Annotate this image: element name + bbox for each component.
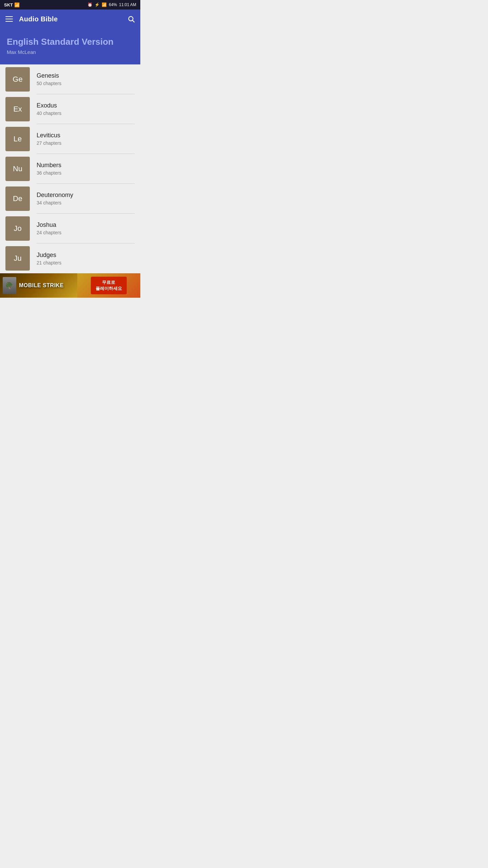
narrator-name: Max McLean <box>7 49 134 55</box>
book-list-item[interactable]: JoJoshua24 chapters <box>0 214 140 243</box>
book-icon-nu: Nu <box>5 157 30 181</box>
book-name: Numbers <box>37 162 135 169</box>
header-banner: English Standard Version Max McLean <box>0 28 140 64</box>
book-list-item[interactable]: NuNumbers36 chapters <box>0 154 140 184</box>
book-chapters: 24 chapters <box>37 230 135 235</box>
book-info: Judges21 chapters <box>37 243 135 273</box>
book-name: Joshua <box>37 221 135 229</box>
book-icon-de: De <box>5 186 30 211</box>
app-bar: Audio Bible <box>0 9 140 28</box>
ad-soldier-image: 🪖 <box>3 277 16 294</box>
carrier-name: SKT <box>4 2 13 7</box>
ad-content: 🪖 MOBILE STRIKE 무료로 플레이하세요 <box>0 273 140 298</box>
carrier-info: SKT 📶 <box>4 2 20 7</box>
app-title: Audio Bible <box>19 15 58 23</box>
book-list-item[interactable]: LeLeviticus27 chapters <box>0 124 140 154</box>
book-info: Exodus40 chapters <box>37 94 135 124</box>
book-chapters: 40 chapters <box>37 111 135 116</box>
book-chapters: 27 chapters <box>37 140 135 146</box>
menu-button[interactable] <box>5 16 13 22</box>
book-info: Leviticus27 chapters <box>37 124 135 154</box>
book-name: Leviticus <box>37 132 135 139</box>
hamburger-line-3 <box>5 21 13 22</box>
book-icon-ge: Ge <box>5 67 30 92</box>
system-icons: ⏰ ⚡ 📶 64% 11:01 AM <box>87 2 136 7</box>
hamburger-line-2 <box>5 19 13 19</box>
battery-level: 64% <box>109 2 117 7</box>
book-chapters: 50 chapters <box>37 81 135 86</box>
carrier-icon: 📶 <box>14 2 20 7</box>
book-list-item[interactable]: GeGenesis50 chapters <box>0 64 140 94</box>
book-list-item[interactable]: DeDeuteronomy34 chapters <box>0 184 140 214</box>
book-icon-ex: Ex <box>5 97 30 121</box>
ad-logo-text: MOBILE STRIKE <box>19 282 64 289</box>
book-list-item[interactable]: ExExodus40 chapters <box>0 94 140 124</box>
book-name: Exodus <box>37 102 135 109</box>
book-icon-jo: Jo <box>5 216 30 241</box>
bluetooth-icon: ⚡ <box>95 2 100 7</box>
alarm-icon: ⏰ <box>87 2 93 7</box>
book-name: Genesis <box>37 72 135 79</box>
app-bar-left: Audio Bible <box>5 15 58 23</box>
book-name: Deuteronomy <box>37 192 135 199</box>
ad-cta-button[interactable]: 무료로 플레이하세요 <box>91 277 127 294</box>
book-info: Joshua24 chapters <box>37 214 135 243</box>
book-info: Genesis50 chapters <box>37 64 135 94</box>
book-icon-ju: Ju <box>5 246 30 271</box>
signal-icon: 📶 <box>102 2 107 7</box>
version-title: English Standard Version <box>7 37 134 47</box>
book-icon-le: Le <box>5 127 30 151</box>
ad-banner[interactable]: 🪖 MOBILE STRIKE 무료로 플레이하세요 <box>0 273 140 298</box>
ad-left: 🪖 MOBILE STRIKE <box>0 273 77 298</box>
search-button[interactable] <box>127 15 135 23</box>
svg-line-1 <box>133 20 134 22</box>
book-chapters: 34 chapters <box>37 200 135 205</box>
book-chapters: 21 chapters <box>37 260 135 265</box>
book-info: Numbers36 chapters <box>37 154 135 184</box>
search-icon <box>127 15 135 23</box>
book-list-item[interactable]: JuJudges21 chapters <box>0 243 140 273</box>
book-list: GeGenesis50 chaptersExExodus40 chaptersL… <box>0 64 140 273</box>
book-info: Deuteronomy34 chapters <box>37 184 135 214</box>
hamburger-line-1 <box>5 16 13 17</box>
status-bar: SKT 📶 ⏰ ⚡ 📶 64% 11:01 AM <box>0 0 140 9</box>
book-chapters: 36 chapters <box>37 170 135 176</box>
time-display: 11:01 AM <box>119 2 136 7</box>
ad-right: 무료로 플레이하세요 <box>77 273 140 298</box>
book-name: Judges <box>37 252 135 259</box>
